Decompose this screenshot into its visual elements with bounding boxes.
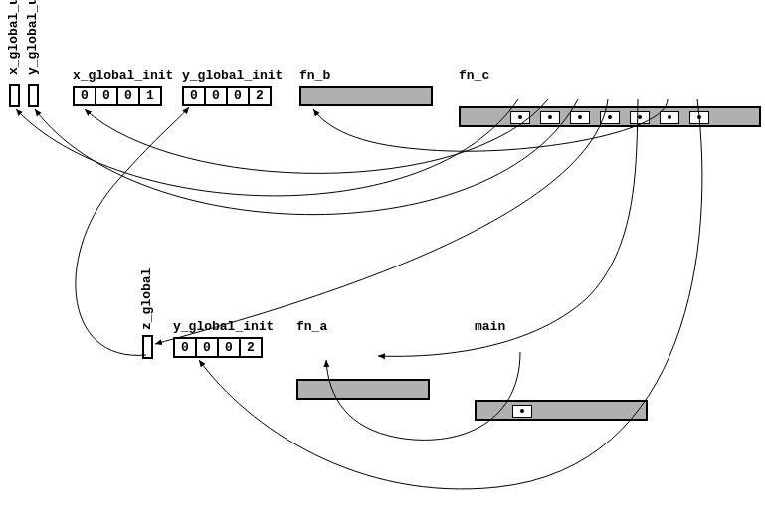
byte: 0 bbox=[228, 88, 250, 104]
label-fn-c: fn_c bbox=[459, 68, 489, 83]
label-y-global-uninit: y_global_unin bbox=[25, 0, 40, 75]
box-x-global-uninit bbox=[9, 84, 20, 107]
byte: 0 bbox=[184, 88, 206, 104]
byte: 0 bbox=[118, 88, 140, 104]
arrow-fnc3-to-zglobal bbox=[155, 99, 608, 344]
fn-c-slot-3 bbox=[600, 111, 620, 124]
bytes-y-global-init-top: 0 0 0 2 bbox=[182, 86, 272, 106]
box-z-global bbox=[142, 335, 153, 359]
label-fn-b: fn_b bbox=[299, 68, 330, 83]
main-slot-0 bbox=[512, 405, 532, 418]
box-main bbox=[475, 400, 648, 421]
fn-c-slot-6 bbox=[689, 111, 709, 124]
fn-c-slot-2 bbox=[570, 111, 590, 124]
byte: 2 bbox=[250, 88, 270, 104]
bytes-y-global-init-bottom: 0 0 0 2 bbox=[173, 337, 263, 358]
byte: 0 bbox=[75, 88, 96, 104]
fn-c-slot-1 bbox=[540, 111, 560, 124]
bytes-x-global-init: 0 0 0 1 bbox=[73, 86, 162, 106]
label-x-global-init: x_global_init bbox=[73, 68, 173, 83]
fn-c-slot-4 bbox=[630, 111, 650, 124]
byte: 0 bbox=[219, 339, 241, 356]
byte: 1 bbox=[140, 88, 160, 104]
box-y-global-uninit bbox=[28, 84, 39, 107]
label-z-global: z_global bbox=[139, 261, 154, 330]
label-y-global-init-top: y_global_init bbox=[182, 68, 283, 83]
byte: 0 bbox=[206, 88, 228, 104]
arrow-fnc0-to-xglobaluninit bbox=[16, 99, 518, 196]
byte: 0 bbox=[197, 339, 219, 356]
fn-c-slot-5 bbox=[660, 111, 679, 124]
box-fn-a bbox=[296, 379, 430, 400]
label-y-global-init-bottom: y_global_init bbox=[173, 319, 274, 334]
arrow-fnc4-to-fna bbox=[378, 99, 638, 356]
byte: 0 bbox=[175, 339, 197, 356]
arrow-fnc6-to-yglobalinit-bottom bbox=[199, 99, 702, 489]
label-x-global-uninit: x_global_unin bbox=[6, 0, 21, 75]
box-fn-c bbox=[459, 106, 761, 127]
fn-c-slot-0 bbox=[510, 111, 530, 124]
label-main: main bbox=[475, 319, 505, 334]
arrow-zglobal-to-yglobalinit-top bbox=[76, 107, 189, 355]
byte: 0 bbox=[96, 88, 118, 104]
box-fn-b bbox=[299, 86, 433, 106]
byte: 2 bbox=[241, 339, 261, 356]
label-fn-a: fn_a bbox=[296, 319, 327, 334]
